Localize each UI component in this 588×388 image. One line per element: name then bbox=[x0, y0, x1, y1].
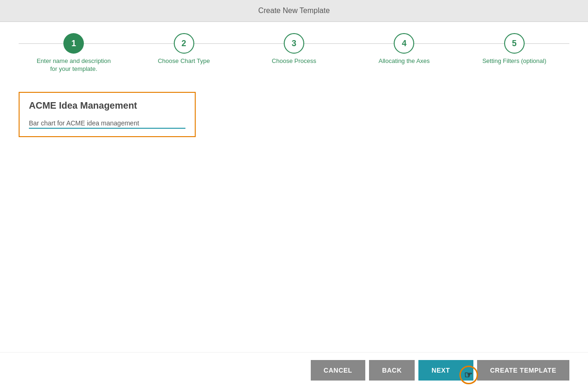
step-2: 2 Choose Chart Type bbox=[129, 33, 239, 65]
step-4-label: Allocating the Axes bbox=[378, 57, 430, 65]
step-4: 4 Allocating the Axes bbox=[349, 33, 459, 65]
step-3-circle: 3 bbox=[284, 33, 304, 54]
step-1: 1 Enter name and description for your te… bbox=[19, 33, 129, 73]
hand-cursor-icon: ☞ bbox=[464, 369, 473, 381]
cancel-button[interactable]: CANCEL bbox=[311, 360, 365, 381]
step-5: 5 Setting Filters (optional) bbox=[459, 33, 569, 65]
step-5-circle: 5 bbox=[504, 33, 525, 54]
template-name-display: ACME Idea Management bbox=[29, 100, 185, 111]
template-description-input[interactable] bbox=[29, 118, 185, 129]
page-header: Create New Template bbox=[0, 0, 588, 22]
step-1-circle: 1 bbox=[63, 33, 84, 54]
step-3-label: Choose Process bbox=[272, 57, 316, 65]
step-2-label: Choose Chart Type bbox=[158, 57, 210, 65]
step-3: 3 Choose Process bbox=[239, 33, 349, 65]
footer: CANCEL BACK NEXT ☞ CREATE TEMPLATE bbox=[0, 352, 588, 388]
create-template-button[interactable]: CREATE TEMPLATE bbox=[477, 360, 569, 381]
step-4-circle: 4 bbox=[394, 33, 414, 54]
page-title: Create New Template bbox=[258, 7, 330, 14]
back-button[interactable]: BACK bbox=[369, 360, 415, 381]
form-area: ACME Idea Management bbox=[0, 83, 588, 352]
main-content: 1 Enter name and description for your te… bbox=[0, 22, 588, 352]
step-5-label: Setting Filters (optional) bbox=[482, 57, 546, 65]
next-button[interactable]: NEXT ☞ bbox=[418, 360, 473, 381]
cursor-indicator: ☞ bbox=[459, 366, 478, 384]
stepper: 1 Enter name and description for your te… bbox=[0, 22, 588, 83]
step-1-label: Enter name and description for your temp… bbox=[36, 57, 111, 73]
template-card: ACME Idea Management bbox=[19, 92, 196, 137]
step-2-circle: 2 bbox=[174, 33, 194, 54]
